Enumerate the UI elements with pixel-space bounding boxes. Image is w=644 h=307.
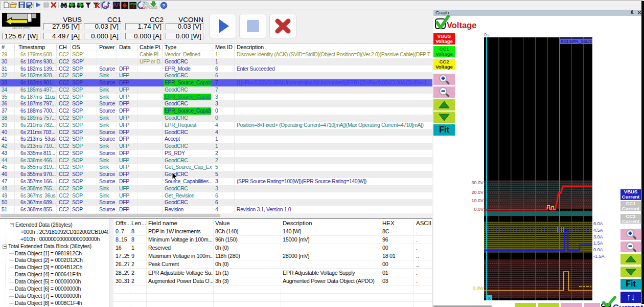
svg-text:PD: PD: [130, 5, 135, 9]
svg-text:PD: PD: [104, 5, 109, 9]
svg-text:#33 EPR_Sourc: #33 EPR_Sourc: [561, 39, 593, 44]
svg-text:?: ?: [162, 3, 165, 8]
svg-text:X: X: [488, 296, 491, 301]
